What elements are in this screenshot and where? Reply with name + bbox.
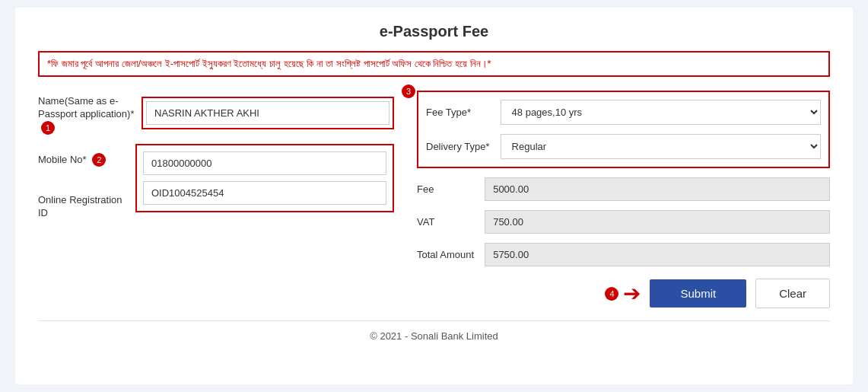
step1-badge: 1	[41, 121, 55, 135]
name-input[interactable]	[146, 101, 389, 125]
vat-value: 750.00	[485, 210, 830, 234]
fee-type-label: Fee Type*	[426, 107, 490, 118]
fee-value: 5000.00	[485, 177, 830, 201]
total-value: 5750.00	[485, 243, 830, 266]
page-title: e-Passport Fee	[38, 23, 830, 40]
mobile-label: Mobile No* 2	[38, 148, 129, 167]
fee-type-select[interactable]: 48 pages,10 yrs 48 pages,5 yrs 64 pages,…	[501, 100, 821, 125]
reg-id-input[interactable]	[143, 181, 386, 205]
reg-label: Online Registration ID	[38, 190, 129, 220]
submit-button[interactable]: Submit	[650, 279, 746, 308]
mobile-input[interactable]	[143, 151, 386, 175]
step4-badge: 4	[605, 287, 618, 301]
total-label: Total Amount	[417, 249, 474, 260]
warning-banner: *ফি জমার পূর্বে আপনার জেলা/অঞ্চলে ই-পাসপ…	[38, 51, 830, 77]
delivery-type-label: Delivery Type*	[426, 141, 490, 152]
arrow-icon: ➔	[623, 283, 641, 304]
name-label: Name(Same as e-Passport application)* 1	[38, 91, 137, 135]
clear-button[interactable]: Clear	[755, 279, 830, 308]
footer-text: © 2021 - Sonali Bank Limited	[38, 320, 830, 348]
step2-badge: 2	[92, 153, 106, 167]
fee-label: Fee	[417, 183, 474, 195]
delivery-type-select[interactable]: Regular Express	[501, 134, 821, 159]
step3-badge: 3	[402, 84, 415, 98]
vat-label: VAT	[417, 216, 474, 228]
